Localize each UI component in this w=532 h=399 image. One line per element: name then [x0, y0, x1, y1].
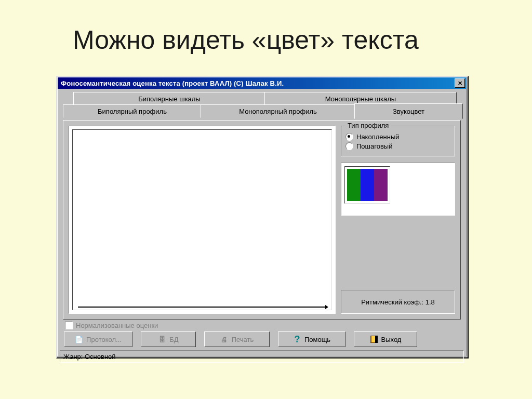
- radio-icon: [345, 142, 353, 150]
- swatch-blue: [361, 169, 374, 201]
- close-button[interactable]: ✕: [455, 78, 465, 88]
- titlebar: Фоносемантическая оценка текста (проект …: [58, 77, 466, 89]
- radio-label: Пошаговый: [356, 142, 392, 150]
- help-icon: ?: [293, 335, 301, 343]
- swatch-purple: [374, 169, 388, 201]
- right-column: Тип профиля Накопленный Пошаговый Ритмич…: [341, 126, 455, 314]
- slide-title: Можно видеть «цвет» текста: [0, 0, 532, 55]
- button-label: Печать: [232, 336, 254, 343]
- exit-icon: [370, 335, 378, 343]
- document-icon: 📄: [75, 335, 83, 343]
- close-icon: ✕: [458, 80, 462, 87]
- x-axis: [78, 307, 326, 308]
- button-label: Протокол...: [86, 336, 122, 343]
- chart-panel: [69, 126, 336, 314]
- swatch-box: [341, 163, 455, 216]
- tab-bipolar-profile[interactable]: Биполярный профиль: [63, 104, 202, 118]
- tab-sound-color[interactable]: Звукоцвет: [354, 103, 463, 119]
- protocol-button[interactable]: 📄 Протокол...: [64, 331, 132, 347]
- tab-monopolar-profile[interactable]: Монополярный профиль: [201, 104, 355, 118]
- exit-button[interactable]: Выход: [354, 331, 417, 347]
- radio-accumulated[interactable]: Накопленный: [345, 133, 450, 141]
- tabstrip: Биполярные шкалы Монополярные шкалы Бипо…: [63, 92, 461, 120]
- svg-rect-1: [371, 336, 375, 342]
- tab-bipolar-scales[interactable]: Биполярные шкалы: [73, 92, 265, 105]
- printer-icon: 🖨: [220, 335, 229, 343]
- tab-label: Биполярные шкалы: [138, 95, 201, 103]
- button-label: Помощь: [304, 336, 330, 343]
- status-bar: Жанр: Основной: [60, 350, 464, 363]
- help-button[interactable]: ? Помощь: [278, 331, 345, 347]
- tab-label: Биполярный профиль: [98, 108, 167, 115]
- normalize-row[interactable]: Нормализованные оценки: [65, 322, 459, 329]
- app-window: Фоносемантическая оценка текста (проект …: [56, 76, 469, 358]
- group-legend: Тип профиля: [345, 122, 391, 129]
- coef-label: Ритмический коэф.: 1.8: [361, 298, 435, 306]
- radio-icon: [345, 133, 353, 141]
- chart-canvas: [72, 129, 332, 310]
- tab-body: Тип профиля Накопленный Пошаговый Ритмич…: [63, 120, 461, 320]
- profile-type-group: Тип профиля Накопленный Пошаговый: [341, 126, 455, 156]
- status-text: Жанр: Основной: [63, 353, 116, 361]
- tab-label: Монополярные шкалы: [325, 95, 396, 103]
- database-icon: 🗄: [158, 335, 166, 343]
- print-button[interactable]: 🖨 Печать: [204, 331, 270, 347]
- button-label: БД: [169, 336, 178, 343]
- checkbox-icon: [65, 322, 73, 329]
- radio-step[interactable]: Пошаговый: [345, 142, 450, 150]
- button-label: Выход: [381, 336, 402, 343]
- coef-box: Ритмический коэф.: 1.8: [341, 290, 455, 314]
- tab-label: Звукоцвет: [393, 108, 424, 115]
- button-bar: 📄 Протокол... 🗄 БД 🖨 Печать ? Помощь Вых…: [64, 331, 460, 347]
- db-button[interactable]: 🗄 БД: [141, 331, 196, 347]
- radio-label: Накопленный: [356, 133, 400, 141]
- window-title: Фоносемантическая оценка текста (проект …: [61, 79, 455, 87]
- svg-rect-2: [375, 336, 378, 343]
- tab-label: Монополярный профиль: [239, 108, 317, 115]
- normalize-label: Нормализованные оценки: [76, 322, 158, 329]
- swatch-green: [347, 169, 361, 201]
